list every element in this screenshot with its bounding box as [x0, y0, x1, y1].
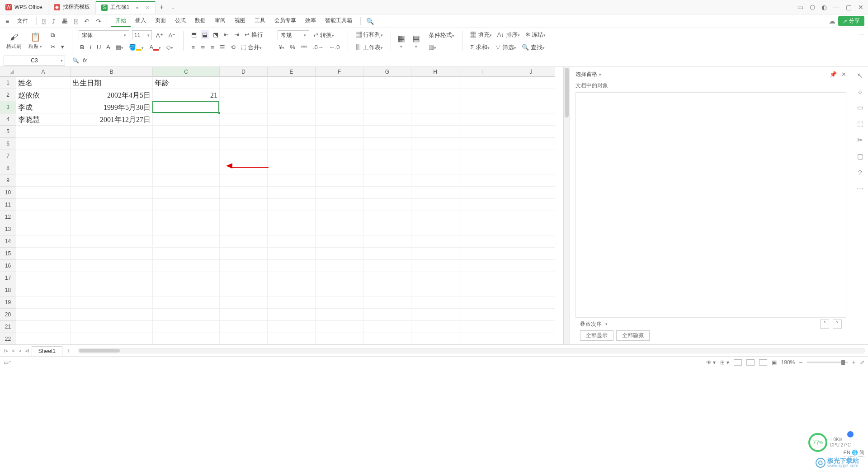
cell-G12[interactable]	[363, 211, 411, 223]
cell-A18[interactable]	[16, 284, 71, 296]
shape-tool-icon[interactable]: ▢	[857, 152, 863, 160]
cell-H19[interactable]	[411, 296, 459, 309]
row-header-1[interactable]: 1	[0, 77, 16, 89]
italic-button[interactable]: I	[88, 43, 93, 52]
cell-G11[interactable]	[363, 199, 411, 211]
cell-H13[interactable]	[411, 223, 459, 235]
row-header-11[interactable]: 11	[0, 199, 16, 211]
cell-D15[interactable]	[220, 248, 268, 260]
cell-J1[interactable]	[507, 77, 555, 89]
cell-F7[interactable]	[316, 150, 363, 162]
orientation-button[interactable]: ⟲	[229, 43, 237, 52]
cell-F5[interactable]	[316, 126, 363, 138]
cell-F2[interactable]	[316, 89, 363, 101]
new-tab-button[interactable]: +	[156, 3, 168, 11]
cell-A1[interactable]: 姓名	[16, 77, 71, 89]
cell-E3[interactable]	[268, 101, 316, 113]
cell-J13[interactable]	[507, 223, 555, 235]
cell-F18[interactable]	[316, 284, 363, 296]
tab-close-icon[interactable]: ✕	[145, 5, 150, 11]
cell-F12[interactable]	[316, 211, 363, 223]
sheet-first-button[interactable]: I<	[3, 348, 9, 353]
cell-D10[interactable]	[220, 187, 268, 199]
hide-all-button[interactable]: 全部隐藏	[616, 330, 650, 341]
cell-B20[interactable]	[71, 309, 153, 321]
cell-C13[interactable]	[153, 223, 220, 235]
cell-C14[interactable]	[153, 235, 220, 248]
sheet-next-button[interactable]: >	[17, 348, 23, 353]
cell-I4[interactable]	[459, 113, 507, 126]
menu-tab-效率[interactable]: 效率	[301, 15, 321, 27]
cell-A12[interactable]	[16, 211, 71, 223]
cell-H2[interactable]	[411, 89, 459, 101]
cell-B12[interactable]	[71, 211, 153, 223]
dec-inc-button[interactable]: .0→	[311, 43, 325, 52]
row-header-6[interactable]: 6	[0, 138, 16, 150]
cell-A6[interactable]	[16, 138, 71, 150]
col-header-A[interactable]: A	[16, 67, 71, 77]
cell-B8[interactable]	[71, 162, 153, 174]
cell-C21[interactable]	[153, 321, 220, 333]
cell-B16[interactable]	[71, 260, 153, 272]
font-color-button[interactable]: A▾	[148, 43, 162, 52]
cell-G13[interactable]	[363, 223, 411, 235]
col-header-G[interactable]: G	[363, 67, 411, 77]
justify-button[interactable]: ☰	[218, 43, 226, 52]
menu-tab-审阅[interactable]: 审阅	[210, 15, 230, 27]
view-eye-icon[interactable]: 👁 ▾	[706, 359, 716, 366]
cell-A14[interactable]	[16, 235, 71, 248]
cell-D18[interactable]	[220, 284, 268, 296]
cell-J10[interactable]	[507, 187, 555, 199]
cell-E10[interactable]	[268, 187, 316, 199]
row-header-14[interactable]: 14	[0, 235, 16, 248]
row-header-15[interactable]: 15	[0, 248, 16, 260]
cell-J21[interactable]	[507, 321, 555, 333]
col-header-D[interactable]: D	[220, 67, 268, 77]
cell-C8[interactable]	[153, 162, 220, 174]
convert-button[interactable]: ⇄ 转换▾	[312, 30, 335, 40]
row-header-4[interactable]: 4	[0, 113, 16, 126]
style-tool-icon[interactable]: ⟐	[858, 88, 862, 95]
cell-D17[interactable]	[220, 272, 268, 284]
menu-tab-工具[interactable]: 工具	[250, 15, 270, 27]
sort-button[interactable]: A↓ 排序▾	[496, 30, 521, 40]
title-tab-0[interactable]: WWPS Office	[0, 1, 48, 14]
row-header-9[interactable]: 9	[0, 174, 16, 187]
col-header-J[interactable]: J	[507, 67, 555, 77]
cell-E19[interactable]	[268, 296, 316, 309]
layers-tool-icon[interactable]: ▭	[857, 103, 863, 112]
indent-inc-button[interactable]: ⇥	[233, 30, 241, 39]
row-header-13[interactable]: 13	[0, 223, 16, 235]
zoom-in-button[interactable]: +	[852, 359, 855, 366]
cell-D12[interactable]	[220, 211, 268, 223]
view-reader-button[interactable]: ▣	[772, 359, 777, 366]
cond-format-button[interactable]: 条件格式▾	[427, 30, 456, 40]
cell-I21[interactable]	[459, 321, 507, 333]
hamburger-icon[interactable]: ≡	[4, 16, 11, 26]
cell-E2[interactable]	[268, 89, 316, 101]
help-tool-icon[interactable]: ?	[858, 169, 862, 176]
cell-G14[interactable]	[363, 235, 411, 248]
cell-D2[interactable]	[220, 89, 268, 101]
cell-I13[interactable]	[459, 223, 507, 235]
cell-A10[interactable]	[16, 187, 71, 199]
cell-J2[interactable]	[507, 89, 555, 101]
row-header-20[interactable]: 20	[0, 309, 16, 321]
cell-I7[interactable]	[459, 150, 507, 162]
cell-B9[interactable]	[71, 174, 153, 187]
cell-I14[interactable]	[459, 235, 507, 248]
bold-button[interactable]: B	[79, 43, 85, 52]
cell-I9[interactable]	[459, 174, 507, 187]
cell-C11[interactable]	[153, 199, 220, 211]
cell-A11[interactable]	[16, 199, 71, 211]
cell-G8[interactable]	[363, 162, 411, 174]
col-header-H[interactable]: H	[411, 67, 459, 77]
row-header-2[interactable]: 2	[0, 89, 16, 101]
cell-E5[interactable]	[268, 126, 316, 138]
menu-tab-公式[interactable]: 公式	[170, 15, 190, 27]
freeze-button[interactable]: ❄ 冻结▾	[524, 30, 547, 40]
increase-font-button[interactable]: A⁺	[155, 31, 165, 40]
format-more-button[interactable]: ▥▾	[427, 43, 438, 52]
fill-button[interactable]: ▦ 填充▾	[469, 30, 493, 40]
cell-B13[interactable]	[71, 223, 153, 235]
